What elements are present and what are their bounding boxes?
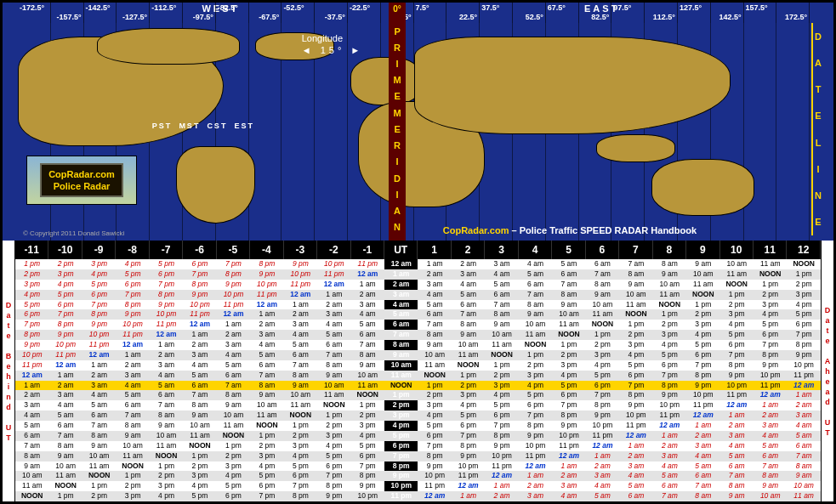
time-cell: 2 am bbox=[720, 421, 754, 431]
time-cell: 1 am bbox=[586, 451, 619, 462]
time-cell: 11 am bbox=[754, 259, 787, 269]
time-cell: 11 pm bbox=[686, 400, 719, 411]
table-grid: -11-10-9-8-7-6-5-4-3-2-1UT12345678910111… bbox=[14, 241, 822, 501]
time-cell: 3 pm bbox=[754, 300, 787, 310]
time-cell: 8 pm bbox=[317, 481, 350, 491]
time-cell: 7 am bbox=[351, 340, 384, 350]
time-cell: 9 am bbox=[284, 381, 317, 391]
time-cell: 11 pm bbox=[586, 431, 619, 441]
offset-header: 7 bbox=[619, 241, 652, 259]
time-cell: 8 am bbox=[452, 320, 485, 330]
time-cell: 11 am bbox=[384, 371, 418, 381]
time-cell: 1 pm bbox=[15, 259, 48, 269]
time-cell: NOON bbox=[619, 309, 652, 320]
time-cell: 10 am bbox=[519, 320, 552, 330]
time-cell: 12 am bbox=[552, 451, 585, 462]
time-cell: 9 am bbox=[619, 280, 652, 290]
time-cell: 7 pm bbox=[384, 451, 418, 462]
time-cell: 4 pm bbox=[452, 400, 485, 411]
offset-header: -1 bbox=[351, 241, 384, 259]
time-cell: 5 pm bbox=[485, 400, 518, 411]
table-row: 3 pm4 pm5 pm6 pm7 pm8 pm9 pm10 pm11 pm12… bbox=[15, 280, 821, 290]
offset-header: -9 bbox=[82, 241, 116, 259]
time-cell: 2 pm bbox=[519, 360, 552, 371]
time-cell: 11 am bbox=[586, 309, 619, 320]
time-cell: 7 pm bbox=[116, 290, 149, 300]
time-cell: 10 pm bbox=[552, 431, 585, 441]
time-cell: 4 pm bbox=[418, 411, 451, 421]
time-cell: 6 pm bbox=[754, 330, 787, 340]
time-cell: 11 am bbox=[15, 481, 48, 491]
time-cell: 9 pm bbox=[384, 471, 418, 481]
time-cell: 6 am bbox=[351, 330, 384, 340]
time-cell: 2 am bbox=[183, 340, 216, 350]
time-cell: 5 pm bbox=[787, 309, 820, 320]
time-cell: 11 pm bbox=[787, 371, 820, 381]
time-cell: 9 am bbox=[351, 360, 384, 371]
time-cell: 2 pm bbox=[485, 371, 518, 381]
time-cell: 10 am bbox=[754, 491, 787, 501]
prime-meridian-bar: 0° PRIMEMERIDIAN bbox=[389, 3, 406, 241]
time-cell: 9 pm bbox=[284, 259, 317, 269]
table-row: 11 pm12 am1 am2 am3 am4 am5 am6 am7 am8 … bbox=[15, 360, 821, 371]
time-cell: 8 pm bbox=[15, 330, 48, 340]
time-cell: 5 am bbox=[384, 309, 418, 320]
time-cell: 8 pm bbox=[82, 309, 116, 320]
time-cell: 11 am bbox=[686, 280, 719, 290]
time-cell: 10 am bbox=[452, 340, 485, 350]
time-cell: 3 pm bbox=[552, 360, 585, 371]
time-cell: 3 am bbox=[284, 320, 317, 330]
time-cell: 5 am bbox=[116, 390, 149, 400]
time-cell: 11 pm bbox=[720, 390, 754, 400]
time-cell: 2 pm bbox=[452, 381, 485, 391]
time-cell: 5 am bbox=[82, 400, 116, 411]
time-cell: 11 am bbox=[452, 350, 485, 360]
time-cell: 12 am bbox=[754, 390, 787, 400]
time-cell: 8 pm bbox=[552, 411, 585, 421]
time-cell: 6 pm bbox=[82, 290, 116, 300]
time-cell: 8 pm bbox=[116, 300, 149, 310]
time-cell: 10 am bbox=[217, 411, 250, 421]
time-cell: 2 am bbox=[787, 400, 820, 411]
time-cell: 2 pm bbox=[183, 462, 216, 472]
time-cell: 11 pm bbox=[619, 421, 652, 431]
time-cell: 2 am bbox=[82, 371, 116, 381]
time-cell: 7 pm bbox=[418, 441, 451, 451]
time-cell: 7 am bbox=[317, 350, 350, 360]
time-cell: 3 pm bbox=[586, 350, 619, 360]
time-cell: 3 am bbox=[150, 360, 183, 371]
offset-header: 3 bbox=[485, 241, 518, 259]
offset-header: -11 bbox=[15, 241, 48, 259]
time-cell: 5 pm bbox=[418, 421, 451, 431]
time-cell: 5 pm bbox=[519, 390, 552, 400]
time-cell: 3 pm bbox=[351, 421, 384, 431]
time-cell: 5 am bbox=[317, 330, 350, 340]
time-cell: 6 am bbox=[452, 300, 485, 310]
time-cell: 1 am bbox=[720, 411, 754, 421]
time-cell: 4 pm bbox=[519, 381, 552, 391]
greenland-arc bbox=[97, 28, 240, 65]
time-cell: 8 am bbox=[720, 481, 754, 491]
time-cell: 4 am bbox=[183, 360, 216, 371]
time-cell: 11 pm bbox=[48, 350, 82, 360]
time-cell: 4 pm bbox=[485, 390, 518, 400]
time-cell: 1 pm bbox=[284, 421, 317, 431]
time-cell: 6 am bbox=[183, 381, 216, 391]
time-cell: 8 pm bbox=[619, 390, 652, 400]
time-cell: 4 pm bbox=[217, 471, 250, 481]
time-cell: 7 am bbox=[116, 411, 149, 421]
time-cell: 1 pm bbox=[82, 481, 116, 491]
time-cell: 11 am bbox=[48, 471, 82, 481]
time-cell: 7 am bbox=[519, 290, 552, 300]
time-cell: 2 am bbox=[15, 390, 48, 400]
time-cell: 11 pm bbox=[552, 441, 585, 451]
time-cell: 5 am bbox=[150, 381, 183, 391]
time-cell: 10 am bbox=[586, 300, 619, 310]
time-cell: 5 am bbox=[686, 462, 719, 472]
time-cell: 10 am bbox=[82, 451, 116, 462]
time-cell: 2 pm bbox=[686, 309, 719, 320]
time-cell: 2 am bbox=[686, 431, 719, 441]
time-cell: NOON bbox=[351, 390, 384, 400]
us-timezones: PSTMSTCSTEST bbox=[152, 122, 261, 130]
time-cell: 4 pm bbox=[720, 320, 754, 330]
